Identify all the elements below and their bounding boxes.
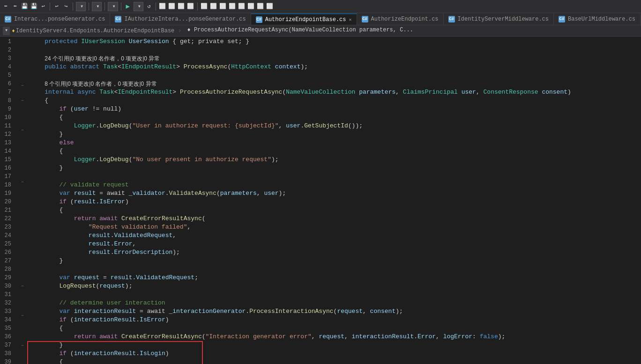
gutter-line-42[interactable]: − [19,342,26,349]
nav-path-text: IdentityServer4.Endpoints.AuthorizeEndpo… [16,28,174,34]
code-line-39: { [26,358,641,364]
code-line-17 [26,172,641,181]
code-scroll[interactable]: 1234567891011121314151617181920212223242… [0,37,641,364]
line-number-30: 30 [0,282,15,290]
cs-icon-5: C# [448,16,455,22]
toolbar-icon-1[interactable]: ⬅ [2,3,9,10]
gutter-line-4 [19,60,26,67]
project-dropdown[interactable]: ▾ [108,2,118,11]
member-select[interactable]: ♦ ProcessAuthorizeRequestAsync(NameValue… [186,27,638,35]
gutter-line-28 [19,238,26,245]
line-number-29: 29 [0,274,15,282]
play-button[interactable]: ▶ [124,3,132,10]
code-line-15: Logger.LogDebug("No user present in auth… [26,156,641,164]
project-select[interactable]: ▾ [3,27,10,35]
tab-authorize-base-label: AuthorizeEndpointBase.cs [265,16,346,23]
toolbar-icon-c1[interactable]: ⬜ [201,3,208,10]
run-dropdown[interactable]: ▾ [134,2,143,11]
gutter-line-7[interactable]: − [19,82,26,89]
code-line-8: { [26,97,641,105]
cs-icon-4: C# [362,16,368,22]
tab-bar: C# Interac...ponseGenerator.cs C# IAutho… [0,13,641,25]
member-select-value: ProcessAuthorizeRequestAsync(NameValueCo… [194,27,413,33]
tab-authorize-ep[interactable]: C# AuthorizeEndpoint.cs [357,14,444,25]
toolbar-icon-c4[interactable]: ⬜ [229,3,236,10]
tab-baseurl-middleware[interactable]: C# BaseUrlMiddleware.cs [554,14,641,25]
breadcrumb-separator: › [178,28,181,34]
gutter-line-39 [19,319,26,327]
platform-dropdown[interactable]: ▾ [92,2,102,11]
toolbar-icon-refresh[interactable]: ↺ [145,3,153,10]
gutter-line-6 [19,74,26,82]
code-line-24: result.ValidatedRequest, [26,231,641,240]
line-number-4: 4 [0,63,15,71]
member-lock-icon: ♦ [187,27,191,33]
gutter-line-36 [19,297,26,305]
toolbar-icon-c8[interactable]: ⬜ [266,3,274,10]
gutter-line-9[interactable]: − [19,97,26,104]
toolbar-icon-b3[interactable]: ⬜ [178,3,185,10]
toolbar-icon-c2[interactable]: ⬜ [210,3,217,10]
gutter-line-34[interactable]: − [19,282,26,290]
code-line-10: { [26,113,641,122]
project-arrow: ▾ [112,3,115,10]
debug-dropdown[interactable]: ▾ [76,2,86,11]
toolbar-icon-b1[interactable]: ⬜ [159,3,166,10]
separator-6 [156,2,156,11]
toolbar-icon-2[interactable]: ⬅ [11,3,19,10]
line-number-16: 16 [0,164,15,172]
gutter-line-40 [19,327,26,334]
toolbar-icon-c6[interactable]: ⬜ [247,3,255,10]
toolbar-icon-b4[interactable]: ⬜ [187,3,194,10]
gutter-line-17 [19,156,26,164]
gutter-line-25 [19,215,26,223]
tab-authorize-ep-label: AuthorizeEndpoint.cs [371,16,439,22]
cs-icon-1: C# [5,16,11,22]
line-number-22: 22 [0,215,15,223]
tab-interac[interactable]: C# Interac...ponseGenerator.cs [0,14,110,25]
line-number-9: 9 [0,105,15,113]
line-number-7: 7 [0,88,15,97]
tab-authorize-base[interactable]: C# AuthorizeEndpointBase.cs ✕ [251,14,357,25]
toolbar-icon-c3[interactable]: ⬜ [219,3,227,10]
tab-identity-middleware-label: IdentityServerMiddleware.cs [458,16,549,22]
tab-iauthorize[interactable]: C# IAuthorizeIntera...ponseGenerator.cs [110,14,251,25]
gutter: −−−−−−− [19,37,26,364]
line-number-10: 10 [0,113,15,122]
gutter-line-20[interactable]: − [19,178,26,186]
breadcrumb-bar: ▾ ♦ IdentityServer4.Endpoints.AuthorizeE… [0,25,641,37]
tab-identity-middleware[interactable]: C# IdentityServerMiddleware.cs [444,14,554,25]
line-number-3: 3 [0,54,15,63]
toolbar-icon-undo[interactable]: ↩ [39,3,47,10]
line-number-37: 37 [0,341,15,349]
gutter-line-38[interactable]: − [19,312,26,319]
toolbar-icon-redo[interactable]: ↪ [62,3,70,10]
toolbar-icon-c5[interactable]: ⬜ [238,3,246,10]
tab-iauthorize-label: IAuthorizeIntera...ponseGenerator.cs [124,16,246,22]
gutter-line-27 [19,230,26,238]
code-line-14: { [26,147,641,156]
separator-5 [121,2,121,11]
gutter-line-31 [19,260,26,267]
toolbar-icon-save2[interactable]: 💾 [30,3,37,10]
line-number-5: 5 [0,71,15,80]
gutter-line-44 [19,357,26,364]
line-number-19: 19 [0,189,15,198]
code-line-36: return await CreateErrorResultAsync("Int… [26,333,641,341]
line-number-2: 2 [0,46,15,54]
code-line-37: } [26,341,641,349]
line-number-11: 11 [0,122,15,130]
toolbar-icon-save[interactable]: 💾 [21,3,28,10]
toolbar-icon-c7[interactable]: ⬜ [257,3,264,10]
code-line-6: 8 个引用|0 项更改|0 名作者，0 项更改|0 异常 [26,80,641,88]
code-line-1: protected IUserSession UserSession { get… [26,37,641,46]
toolbar-icon-b2[interactable]: ⬜ [168,3,176,10]
code-line-22: return await CreateErrorResultAsync( [26,215,641,223]
tab-interac-label: Interac...ponseGenerator.cs [14,16,105,22]
tab-authorize-base-close[interactable]: ✕ [349,17,352,22]
gutter-line-16 [19,149,26,156]
line-number-38: 38 [0,349,15,358]
toolbar-icon-undo2[interactable]: ↩ [53,3,60,10]
separator-7 [197,2,198,11]
gutter-line-13[interactable]: − [19,126,26,134]
